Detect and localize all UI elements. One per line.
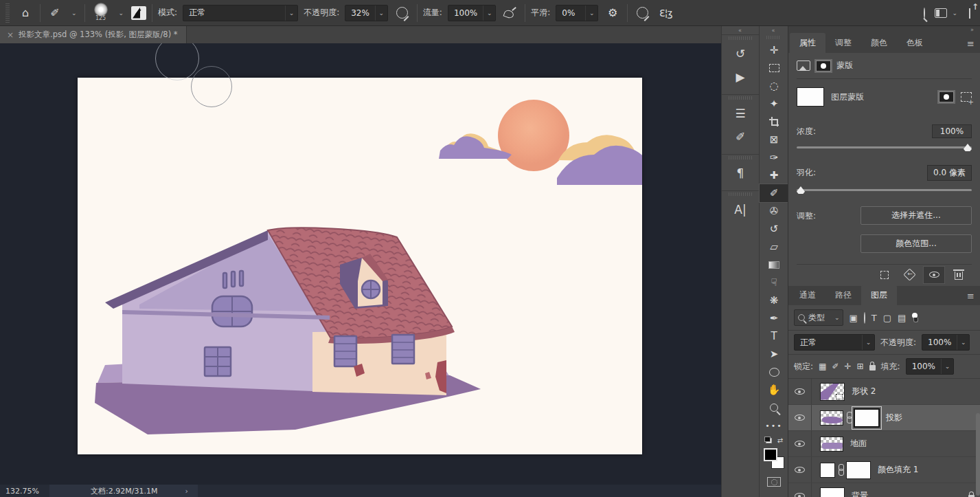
layer-thumbnail[interactable] bbox=[820, 383, 845, 401]
tab-swatches[interactable]: 色板 bbox=[897, 33, 933, 53]
filter-toggle-icon[interactable] bbox=[912, 313, 918, 322]
layer-mask-thumbnail[interactable] bbox=[854, 409, 879, 427]
zoom-tool[interactable] bbox=[760, 399, 788, 417]
history-brush-tool[interactable]: ↺ bbox=[760, 220, 788, 238]
clone-stamp-tool[interactable]: ✇ bbox=[760, 202, 788, 220]
marquee-tool[interactable] bbox=[760, 59, 788, 77]
filter-type-layers-icon[interactable]: T bbox=[871, 313, 877, 323]
layer-mask-thumbnail[interactable] bbox=[797, 87, 824, 107]
layer-thumbnail[interactable] bbox=[820, 437, 843, 452]
visibility-eye-icon[interactable] bbox=[788, 379, 812, 404]
layer-name[interactable]: 形状 2 bbox=[852, 386, 876, 397]
lock-artboard-icon[interactable]: ⊞ bbox=[857, 362, 864, 371]
brush-preset-picker[interactable]: 125 bbox=[91, 3, 111, 23]
pressure-opacity-icon[interactable] bbox=[394, 4, 411, 22]
blur-tool[interactable]: ❋ bbox=[760, 291, 788, 309]
layer-mask-thumbnail[interactable] bbox=[846, 461, 871, 479]
brush-settings-panel-icon[interactable]: ☰ bbox=[722, 102, 759, 125]
layer-name[interactable]: 背景 bbox=[852, 490, 868, 497]
load-selection-icon[interactable] bbox=[874, 267, 895, 283]
lasso-tool[interactable]: ◌ bbox=[760, 77, 788, 95]
mask-badge-icon[interactable] bbox=[939, 91, 954, 102]
filter-shape-layers-icon[interactable]: ▢ bbox=[883, 313, 891, 323]
move-tool[interactable]: ✛ bbox=[760, 41, 788, 59]
layer-name[interactable]: 颜色填充 1 bbox=[878, 464, 918, 476]
collapse-panels-icon[interactable]: « bbox=[722, 26, 759, 34]
layer-opacity-select[interactable]: 100% ⌄ bbox=[922, 334, 970, 351]
filter-type-select[interactable]: 类型 ⌄ bbox=[794, 309, 843, 326]
magic-wand-tool[interactable]: ✦ bbox=[760, 95, 788, 113]
search-icon[interactable] bbox=[924, 8, 925, 18]
airbrush-icon[interactable] bbox=[501, 4, 519, 22]
feather-slider-thumb[interactable] bbox=[797, 186, 805, 194]
brush-tool-icon[interactable]: ✐ bbox=[46, 4, 64, 22]
brushes-panel-icon[interactable]: ✐ bbox=[722, 125, 759, 148]
lock-position-icon[interactable]: ✛ bbox=[844, 362, 851, 371]
document-info[interactable]: 文档:2.92M/31.1M › bbox=[49, 485, 198, 497]
home-icon[interactable]: ⌂ bbox=[16, 4, 34, 22]
pen-tool[interactable]: ✒ bbox=[760, 309, 788, 327]
toggle-brush-settings-icon[interactable] bbox=[131, 6, 146, 20]
fill-color-thumbnail[interactable] bbox=[820, 463, 835, 478]
filter-adjustment-layers-icon[interactable] bbox=[864, 313, 865, 323]
tab-layers[interactable]: 图层 bbox=[861, 285, 897, 305]
hand-tool[interactable]: ✋ bbox=[760, 381, 788, 399]
density-slider[interactable] bbox=[797, 146, 972, 148]
pixel-layer-icon[interactable] bbox=[797, 60, 810, 71]
brush-tool[interactable]: ✐ bbox=[760, 184, 788, 202]
shape-tool[interactable] bbox=[760, 363, 788, 381]
frame-tool[interactable]: ⊠ bbox=[760, 131, 788, 148]
history-panel-icon[interactable]: ↺ bbox=[722, 42, 759, 65]
tab-paths[interactable]: 路径 bbox=[825, 285, 861, 305]
layer-name[interactable]: 投影 bbox=[886, 412, 902, 423]
brush-tool-chevron-icon[interactable]: ⌄ bbox=[69, 10, 79, 16]
filter-smart-objects-icon[interactable]: ▤ bbox=[898, 313, 906, 323]
layer-thumbnail[interactable] bbox=[820, 410, 843, 426]
path-selection-tool[interactable]: ➤ bbox=[760, 345, 788, 363]
share-icon[interactable] bbox=[969, 8, 970, 18]
panel-menu-icon[interactable]: ≡ bbox=[967, 38, 975, 49]
collapse-tools-icon[interactable]: « bbox=[760, 26, 788, 34]
layers-scrollbar[interactable] bbox=[976, 413, 980, 496]
visibility-eye-icon[interactable] bbox=[788, 483, 812, 497]
layer-name[interactable]: 地面 bbox=[850, 438, 867, 450]
brush-preset-chevron-icon[interactable]: ⌄ bbox=[117, 10, 126, 16]
opacity-select[interactable]: 32% ⌄ bbox=[345, 5, 388, 21]
layer-blend-mode-select[interactable]: 正常 ⌄ bbox=[794, 334, 875, 351]
zoom-level-field[interactable]: 132.75% bbox=[0, 487, 49, 496]
paragraph-panel-icon[interactable]: ¶ bbox=[722, 162, 759, 185]
canvas-workspace[interactable] bbox=[0, 43, 721, 485]
color-range-button[interactable]: 颜色范围... bbox=[861, 234, 972, 253]
flow-select[interactable]: 100% ⌄ bbox=[448, 5, 496, 21]
symmetry-icon[interactable]: Ɛ¦ʒ bbox=[657, 4, 674, 22]
crop-tool[interactable] bbox=[760, 113, 788, 131]
tab-properties[interactable]: 属性 bbox=[790, 33, 825, 53]
healing-brush-tool[interactable]: ✚ bbox=[760, 166, 788, 184]
layer-thumbnail[interactable] bbox=[820, 487, 845, 497]
layer-row-ground[interactable]: 地面 bbox=[788, 431, 980, 457]
link-mask-icon[interactable] bbox=[837, 464, 844, 476]
character-panel-icon[interactable]: A| bbox=[722, 198, 759, 221]
layer-row-shape2[interactable]: 形状 2 bbox=[788, 379, 980, 405]
smoothing-options-gear-icon[interactable]: ⚙ bbox=[604, 4, 622, 22]
apply-mask-icon[interactable] bbox=[899, 267, 920, 283]
tab-color[interactable]: 颜色 bbox=[861, 33, 897, 53]
feather-slider[interactable] bbox=[797, 189, 972, 191]
lock-all-icon[interactable] bbox=[869, 365, 876, 371]
lock-transparency-icon[interactable]: ▦ bbox=[819, 362, 826, 371]
visibility-eye-icon[interactable] bbox=[788, 457, 812, 483]
mask-icon[interactable] bbox=[816, 60, 831, 71]
feather-value[interactable]: 0.0 像素 bbox=[927, 165, 972, 181]
blend-mode-select[interactable]: 正常 ⌄ bbox=[183, 5, 298, 21]
panel-menu-icon[interactable]: ≡ bbox=[967, 291, 975, 301]
workspace-switcher[interactable]: ⌄ bbox=[935, 8, 959, 18]
layer-row-color-fill[interactable]: 颜色填充 1 bbox=[788, 457, 980, 483]
visibility-eye-icon[interactable] bbox=[788, 405, 812, 430]
layer-row-background[interactable]: 背景 bbox=[788, 483, 980, 497]
filter-pixel-layers-icon[interactable]: ▣ bbox=[850, 313, 858, 323]
edit-toolbar-icon[interactable]: ••• bbox=[760, 417, 788, 434]
tab-adjustments[interactable]: 调整 bbox=[825, 33, 861, 53]
swap-colors-icon[interactable]: ⇄ bbox=[777, 437, 783, 444]
delete-mask-trash-icon[interactable] bbox=[948, 267, 969, 283]
visibility-eye-icon[interactable] bbox=[788, 431, 812, 456]
